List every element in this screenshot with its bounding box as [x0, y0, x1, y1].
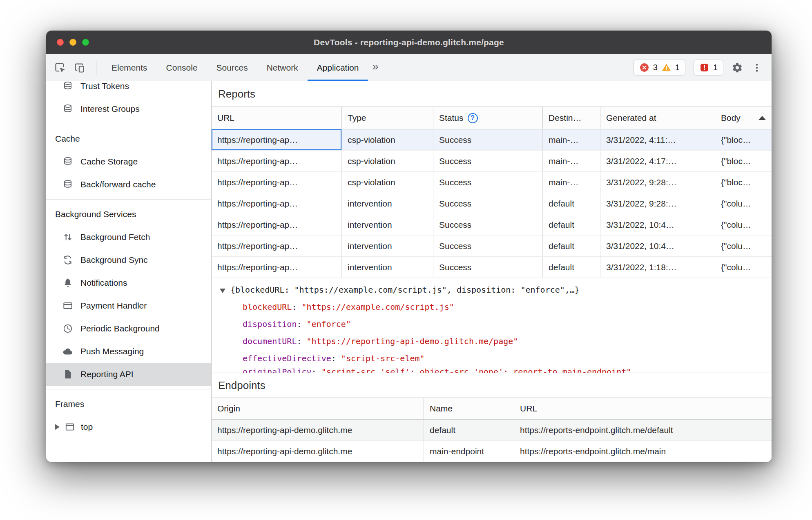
- report-url-cell[interactable]: https://reporting-ap…: [212, 214, 342, 235]
- sidebar-item-back-forward-cache[interactable]: Back/forward cache: [46, 173, 211, 196]
- sidebar-item-interest-groups[interactable]: Interest Groups: [46, 98, 211, 120]
- endpoint-row[interactable]: https://reporting-api-demo.glitch.me def…: [212, 420, 772, 441]
- sidebar-item-reporting-api[interactable]: Reporting API: [46, 363, 211, 386]
- report-type-cell[interactable]: csp-violation: [342, 151, 433, 171]
- sidebar-item-label: Payment Handler: [80, 301, 147, 311]
- report-row[interactable]: https://reporting-ap… intervention Succe…: [212, 236, 772, 257]
- report-generated-cell[interactable]: 3/31/2022, 9:28:…: [600, 193, 715, 214]
- report-body-cell[interactable]: {"bloc…: [715, 151, 772, 171]
- endpoint-name-cell[interactable]: main-endpoint: [424, 441, 514, 462]
- tab-sources[interactable]: Sources: [207, 54, 257, 81]
- report-status-cell[interactable]: Success: [433, 193, 543, 214]
- column-header-origin[interactable]: Origin: [212, 398, 424, 419]
- json-summary-line[interactable]: {blockedURL: "https://example.com/script…: [219, 281, 772, 298]
- column-header-status[interactable]: Status ?: [433, 107, 543, 129]
- endpoint-origin-cell[interactable]: https://reporting-api-demo.glitch.me: [212, 420, 424, 440]
- endpoint-url-cell[interactable]: https://reports-endpoint.glitch.me/main: [514, 441, 772, 462]
- report-destination-cell[interactable]: default: [543, 257, 600, 278]
- tab-console[interactable]: Console: [157, 54, 207, 81]
- console-status-badge[interactable]: 3 1: [634, 60, 685, 76]
- sidebar-item-cache-storage[interactable]: Cache Storage: [46, 150, 211, 173]
- report-url-cell[interactable]: https://reporting-ap…: [212, 236, 342, 256]
- json-property: blockedURL: "https://example.com/script.…: [219, 298, 772, 316]
- sidebar-item-background-sync[interactable]: Background Sync: [46, 249, 211, 271]
- report-generated-cell[interactable]: 3/31/2022, 1:18:…: [600, 257, 715, 278]
- report-generated-cell[interactable]: 3/31/2022, 10:4…: [600, 236, 715, 256]
- tab-elements[interactable]: Elements: [102, 54, 157, 81]
- sidebar-item-top-frame[interactable]: top: [46, 416, 211, 438]
- column-header-destination[interactable]: Destin…: [543, 107, 600, 129]
- report-status-cell[interactable]: Success: [433, 172, 543, 193]
- report-type-cell[interactable]: intervention: [342, 236, 433, 256]
- report-row[interactable]: https://reporting-ap… intervention Succe…: [212, 214, 772, 236]
- report-generated-cell[interactable]: 3/31/2022, 4:17:…: [600, 151, 715, 171]
- sidebar-item-background-fetch[interactable]: Background Fetch: [46, 226, 211, 249]
- report-url-cell[interactable]: https://reporting-ap…: [212, 129, 342, 150]
- report-destination-cell[interactable]: main-…: [543, 129, 600, 150]
- kebab-menu-icon[interactable]: [751, 62, 763, 73]
- tab-application[interactable]: Application: [308, 54, 368, 81]
- report-destination-cell[interactable]: default: [543, 236, 600, 256]
- report-url-cell[interactable]: https://reporting-ap…: [212, 193, 342, 214]
- sidebar-item-payment-handler[interactable]: Payment Handler: [46, 294, 211, 317]
- zoom-window-button[interactable]: [82, 39, 89, 46]
- column-header-body[interactable]: Body: [715, 107, 772, 129]
- status-help-icon[interactable]: ?: [468, 113, 478, 123]
- report-generated-cell[interactable]: 3/31/2022, 10:4…: [600, 214, 715, 235]
- report-url-cell[interactable]: https://reporting-ap…: [212, 172, 342, 193]
- report-destination-cell[interactable]: default: [543, 193, 600, 214]
- sidebar-item-notifications[interactable]: Notifications: [46, 271, 211, 294]
- report-status-cell[interactable]: Success: [433, 214, 543, 235]
- report-status-cell[interactable]: Success: [433, 236, 543, 256]
- report-destination-cell[interactable]: main-…: [543, 151, 600, 171]
- settings-gear-icon[interactable]: [732, 62, 743, 73]
- report-generated-cell[interactable]: 3/31/2022, 4:11:…: [600, 129, 715, 150]
- report-url-cell[interactable]: https://reporting-ap…: [212, 151, 342, 171]
- column-header-type[interactable]: Type: [342, 107, 433, 129]
- minimize-window-button[interactable]: [69, 39, 76, 46]
- report-type-cell[interactable]: intervention: [342, 193, 433, 214]
- device-toolbar-icon[interactable]: [74, 62, 85, 73]
- inspect-element-icon[interactable]: [54, 62, 66, 73]
- report-body-cell[interactable]: {"colu…: [715, 236, 772, 256]
- report-body-cell[interactable]: {"bloc…: [715, 129, 772, 150]
- sidebar-item-push-messaging[interactable]: Push Messaging: [46, 340, 211, 363]
- window-title: DevTools - reporting-api-demo.glitch.me/…: [314, 38, 504, 47]
- issues-badge[interactable]: 1: [694, 60, 723, 76]
- report-status-cell[interactable]: Success: [433, 151, 543, 171]
- report-type-cell[interactable]: csp-violation: [342, 172, 433, 193]
- column-header-generated-at[interactable]: Generated at: [600, 107, 715, 129]
- endpoint-origin-cell[interactable]: https://reporting-api-demo.glitch.me: [212, 441, 424, 462]
- column-header-name[interactable]: Name: [424, 398, 514, 419]
- report-body-cell[interactable]: {"colu…: [715, 193, 772, 214]
- report-type-cell[interactable]: csp-violation: [342, 129, 433, 150]
- report-body-cell[interactable]: {"bloc…: [715, 172, 772, 193]
- report-destination-cell[interactable]: default: [543, 214, 600, 235]
- endpoint-url-cell[interactable]: https://reports-endpoint.glitch.me/defau…: [514, 420, 772, 440]
- report-row[interactable]: https://reporting-ap… csp-violation Succ…: [212, 172, 772, 193]
- report-body-cell[interactable]: {"colu…: [715, 214, 772, 235]
- sidebar-item-periodic-background-sync[interactable]: Periodic Background: [46, 317, 211, 340]
- report-row[interactable]: https://reporting-ap… intervention Succe…: [212, 193, 772, 214]
- report-row[interactable]: https://reporting-ap… intervention Succe…: [212, 257, 772, 278]
- column-header-url[interactable]: URL: [212, 107, 342, 129]
- chevron-down-icon[interactable]: [220, 289, 225, 293]
- report-row[interactable]: https://reporting-ap… csp-violation Succ…: [212, 151, 772, 172]
- endpoint-row[interactable]: https://reporting-api-demo.glitch.me mai…: [212, 441, 772, 462]
- sidebar-item-trust-tokens[interactable]: Trust Tokens: [46, 81, 211, 98]
- tab-network[interactable]: Network: [257, 54, 308, 81]
- close-window-button[interactable]: [57, 39, 64, 46]
- report-generated-cell[interactable]: 3/31/2022, 9:28:…: [600, 172, 715, 193]
- report-status-cell[interactable]: Success: [433, 257, 543, 278]
- report-destination-cell[interactable]: main-…: [543, 172, 600, 193]
- column-header-endpoint-url[interactable]: URL: [514, 398, 772, 419]
- report-url-cell[interactable]: https://reporting-ap…: [212, 257, 342, 278]
- report-row[interactable]: https://reporting-ap… csp-violation Succ…: [212, 129, 772, 151]
- endpoint-name-cell[interactable]: default: [424, 420, 514, 440]
- report-status-cell[interactable]: Success: [433, 129, 543, 150]
- report-type-cell[interactable]: intervention: [342, 214, 433, 235]
- more-tabs-button[interactable]: »: [368, 60, 385, 75]
- report-type-cell[interactable]: intervention: [342, 257, 433, 278]
- report-body-cell[interactable]: {"colu…: [715, 257, 772, 278]
- chevron-right-icon[interactable]: [55, 424, 60, 430]
